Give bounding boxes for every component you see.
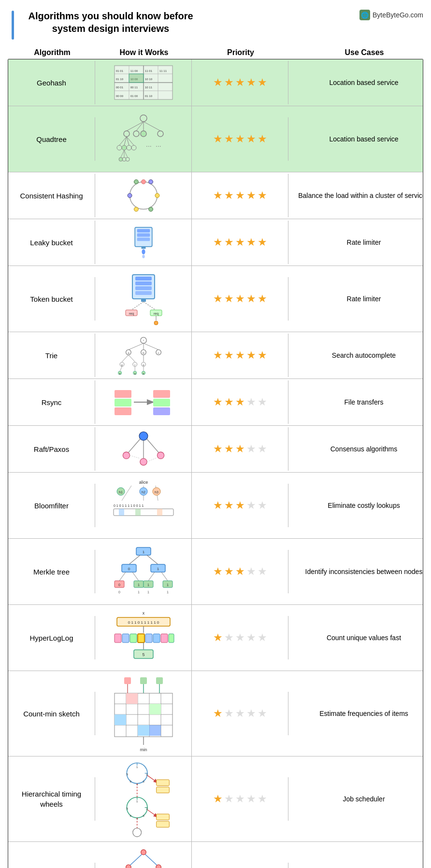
rsync-diagram — [112, 383, 175, 421]
svg-text:01 01: 01 01 — [116, 70, 124, 72]
svg-text:11 01: 11 01 — [145, 70, 153, 72]
svg-text:e: e — [143, 363, 144, 366]
svg-text:0: 0 — [118, 590, 120, 594]
header-left: Algorithms you should know before system… — [12, 10, 202, 40]
algo-name: Count-min sketch — [8, 692, 95, 735]
star-rating: ★ ★ ★ ★ ★ — [213, 631, 267, 644]
svg-text:1: 1 — [138, 583, 140, 587]
svg-text:00 00: 00 00 — [116, 95, 124, 98]
svg-text:e: e — [143, 372, 144, 375]
trie-diagram: * a b c p r — [112, 336, 175, 375]
svg-line-87 — [128, 355, 134, 362]
svg-line-95 — [120, 366, 122, 371]
stars-cell: ★ ★ ★ ★ ★ — [192, 174, 288, 217]
svg-text:alice: alice — [139, 480, 148, 485]
svg-rect-109 — [153, 399, 170, 406]
svg-rect-20 — [129, 74, 144, 83]
svg-point-223 — [141, 850, 146, 855]
svg-point-27 — [133, 131, 139, 137]
svg-rect-191 — [115, 714, 126, 725]
svg-line-138 — [147, 555, 158, 564]
svg-text:1: 1 — [157, 567, 159, 571]
svg-line-146 — [161, 572, 168, 581]
svg-rect-108 — [153, 390, 170, 398]
svg-rect-165 — [130, 634, 137, 643]
svg-rect-134 — [157, 509, 162, 516]
diagram-cell: x 0 1 1 0 1 1 1 1 1 0 — [95, 605, 192, 671]
header-accent-bar — [12, 11, 14, 40]
algo-name: Bloomfilter — [8, 484, 95, 527]
svg-text:5: 5 — [126, 807, 128, 810]
stars-cell: ★ ★ ★ ★ ★ — [192, 380, 288, 424]
use-case: Location based service — [288, 61, 423, 104]
diagram-cell: ··· ··· — [95, 106, 192, 172]
svg-rect-105 — [115, 399, 131, 406]
star-rating: ★ ★ ★ ★ ★ — [213, 707, 267, 720]
svg-rect-176 — [140, 677, 147, 684]
svg-point-48 — [155, 194, 159, 198]
svg-point-111 — [139, 432, 148, 440]
svg-text:1: 1 — [142, 550, 144, 554]
svg-rect-193 — [149, 725, 161, 736]
diagram-cell: alice h1 h2 h3 0 1 0 1 1 1 1 0 0 1 1 — [95, 473, 192, 538]
algo-name: Consistent Hashing — [8, 174, 95, 217]
use-case: Consensus algorithms — [288, 427, 423, 471]
svg-text:p: p — [121, 363, 123, 366]
svg-rect-192 — [138, 725, 149, 736]
svg-point-26 — [124, 131, 129, 137]
geohash-diagram: 01 01 11 00 11 01 11 11 01 10 10 00 10 1… — [112, 63, 175, 102]
svg-line-117 — [147, 439, 158, 453]
svg-text:00 01: 00 01 — [116, 86, 124, 89]
svg-line-38 — [121, 150, 124, 157]
stars-cell: ★ ★ ★ ★ ★ — [192, 61, 288, 104]
star-rating: ★ ★ ★ ★ ★ — [213, 189, 267, 202]
stars-cell: ★ ★ ★ ★ ★ — [192, 777, 288, 821]
leaky-bucket-diagram — [112, 223, 175, 262]
main-table: Geohash 01 01 11 00 11 01 11 11 — [8, 59, 423, 868]
svg-text:h1: h1 — [119, 490, 123, 494]
svg-rect-207 — [156, 787, 169, 793]
col-priority: Priority — [192, 48, 289, 57]
diagram-cell: req req — [95, 266, 192, 332]
svg-text:0: 0 — [128, 567, 130, 571]
table-row: Rsync — [8, 379, 423, 426]
svg-line-144 — [132, 572, 139, 581]
svg-rect-169 — [161, 634, 168, 643]
svg-rect-57 — [137, 238, 150, 241]
use-case: Balance the load within a cluster of ser… — [288, 174, 423, 217]
star-3: ★ — [235, 76, 245, 89]
algo-name: Merkle tree — [8, 550, 95, 593]
svg-rect-62 — [135, 277, 152, 280]
svg-text:1: 1 — [147, 583, 149, 587]
svg-text:5: 5 — [142, 652, 144, 657]
svg-text:1: 1 — [147, 590, 149, 594]
svg-text:01 10: 01 10 — [145, 95, 153, 98]
star-rating: ★ ★ ★ ★ ★ — [213, 443, 267, 455]
svg-text:*: * — [143, 339, 144, 342]
table-row: Geohash 01 01 11 00 11 01 11 11 — [8, 59, 423, 106]
svg-text:c: c — [158, 351, 159, 354]
svg-line-25 — [136, 122, 144, 131]
stars-cell: ★ ★ ★ ★ ★ — [192, 277, 288, 321]
svg-line-118 — [129, 455, 140, 458]
svg-text:req: req — [153, 312, 158, 316]
svg-point-35 — [122, 145, 127, 150]
svg-text:min: min — [140, 747, 147, 752]
svg-rect-56 — [137, 233, 150, 237]
page: Algorithms you should know before system… — [0, 0, 431, 868]
svg-point-49 — [148, 207, 153, 211]
svg-text:a: a — [134, 372, 135, 375]
svg-line-23 — [144, 122, 160, 131]
svg-text:h3: h3 — [155, 490, 158, 494]
svg-text:10 11: 10 11 — [145, 86, 153, 89]
algo-name: Quadtree — [8, 117, 95, 161]
svg-rect-110 — [153, 407, 170, 415]
svg-rect-189 — [126, 693, 138, 704]
svg-rect-167 — [145, 634, 152, 643]
star-rating: ★ ★ ★ ★ ★ — [213, 236, 267, 249]
col-use: Use Cases — [289, 48, 431, 57]
star-rating: ★ ★ ★ ★ ★ — [213, 349, 267, 362]
svg-text:b: b — [143, 351, 144, 354]
use-case: Search autocomplete — [288, 334, 423, 377]
diagram-cell: 1 4 5 2 6 3 — [95, 756, 192, 841]
